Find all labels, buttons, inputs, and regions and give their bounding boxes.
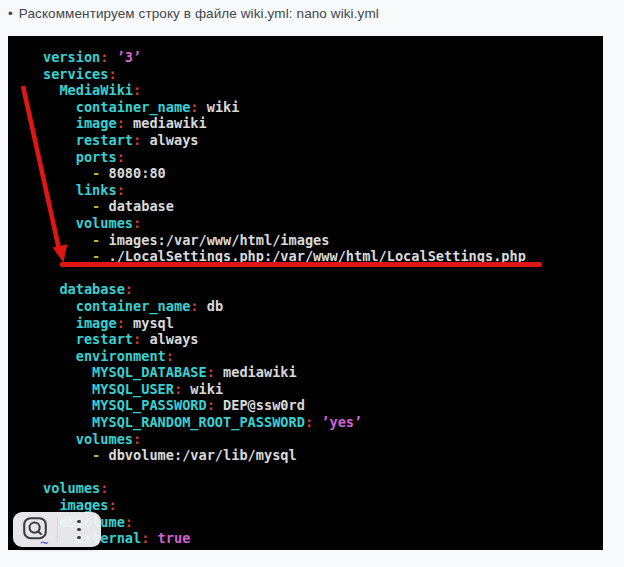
- code-line: MYSQL_RANDOM_ROOT_PASSWORD: ’yes’: [43, 414, 603, 431]
- code-token: wiki: [182, 381, 223, 397]
- code-token: :: [125, 281, 133, 297]
- code-token: MYSQL_USER: [92, 381, 174, 397]
- code-line: container_name: db: [43, 298, 603, 315]
- code-token: :: [207, 364, 215, 380]
- code-token: [43, 82, 59, 98]
- code-token: always: [141, 331, 198, 347]
- code-token: MYSQL_RANDOM_ROOT_PASSWORD: [92, 414, 305, 430]
- code-token: :: [117, 149, 125, 165]
- code-token: [43, 132, 76, 148]
- code-token: :: [108, 66, 116, 82]
- code-token: container_name: [76, 99, 191, 115]
- code-line: version: ’3’: [43, 49, 603, 66]
- instruction-text: Раскомментируем строку в файле wiki.yml:…: [19, 6, 379, 21]
- code-line: restart: always: [43, 331, 603, 348]
- code-token: 8080:80: [100, 165, 165, 181]
- code-token: database: [59, 281, 124, 297]
- code-token: container_name: [76, 298, 191, 314]
- stray-tilde-glyph: ~: [40, 534, 48, 550]
- code-token: image: [76, 115, 117, 131]
- code-token: DEP@ssw0rd: [215, 397, 305, 413]
- code-line: [43, 265, 603, 282]
- code-token: :: [125, 514, 133, 530]
- code-token: [43, 165, 92, 181]
- code-token: [108, 49, 116, 65]
- code-line: MYSQL_DATABASE: mediawiki: [43, 364, 603, 381]
- code-token: true: [158, 530, 191, 546]
- code-token: :: [207, 397, 215, 413]
- code-token: [43, 215, 76, 231]
- code-token: :: [190, 99, 198, 115]
- code-token: :: [133, 431, 141, 447]
- code-line: image: mediawiki: [43, 115, 603, 132]
- bullet-glyph: •: [8, 6, 13, 21]
- code-token: [43, 149, 76, 165]
- code-token: [43, 298, 76, 314]
- code-token: [149, 530, 157, 546]
- code-line: - images:/var/www/html/images: [43, 232, 603, 249]
- code-token: version: [43, 49, 100, 65]
- code-token: :: [166, 348, 174, 364]
- code-token: dbvolume:/var/lib/mysql: [100, 447, 296, 463]
- red-underline-annotation: [60, 262, 542, 267]
- code-line: container_name: wiki: [43, 99, 603, 116]
- code-token: [43, 497, 59, 513]
- code-line: ports:: [43, 149, 603, 166]
- yaml-code: version: ’3’services: MediaWiki: contain…: [43, 49, 603, 550]
- code-line: external: true: [43, 530, 603, 547]
- code-token: ports: [76, 149, 117, 165]
- code-line: volumes:: [43, 215, 603, 232]
- code-line: MYSQL_PASSWORD: DEP@ssw0rd: [43, 397, 603, 414]
- terminal-screenshot: version: ’3’services: MediaWiki: contain…: [8, 36, 603, 550]
- search-by-image-button[interactable]: [13, 512, 57, 547]
- code-token: volumes: [43, 480, 100, 496]
- code-token: mysql: [125, 315, 174, 331]
- kebab-menu-icon: [77, 520, 81, 540]
- code-token: db: [199, 298, 224, 314]
- code-token: MYSQL_DATABASE: [92, 364, 207, 380]
- code-token: environment: [76, 348, 166, 364]
- more-options-button[interactable]: [58, 512, 102, 547]
- code-token: [43, 182, 76, 198]
- code-line: environment:: [43, 348, 603, 365]
- code-token: volumes: [76, 215, 133, 231]
- code-token: :: [174, 381, 182, 397]
- code-line: images:: [43, 497, 603, 514]
- code-token: :: [100, 480, 108, 496]
- code-token: ’3’: [117, 49, 142, 65]
- code-token: [43, 315, 76, 331]
- code-token: [43, 232, 92, 248]
- code-line: restart: always: [43, 132, 603, 149]
- code-line: services:: [43, 66, 603, 83]
- code-line: database:: [43, 281, 603, 298]
- code-line: links:: [43, 182, 603, 199]
- code-token: mediawiki: [215, 364, 297, 380]
- code-token: [43, 331, 76, 347]
- code-token: :: [117, 182, 125, 198]
- code-token: :: [133, 132, 141, 148]
- code-token: [43, 364, 92, 380]
- code-line: dbvolume:: [43, 514, 603, 531]
- code-token: :: [133, 215, 141, 231]
- code-line: volumes:: [43, 480, 603, 497]
- code-line: MediaWiki:: [43, 82, 603, 99]
- code-token: restart: [76, 132, 133, 148]
- code-token: :: [117, 315, 125, 331]
- code-token: [43, 431, 76, 447]
- code-token: images:/var/www/html/images: [100, 232, 329, 248]
- code-token: [43, 198, 92, 214]
- code-token: always: [141, 132, 198, 148]
- code-token: links: [76, 182, 117, 198]
- page: { "header": { "bullet": "•", "text": "Ра…: [0, 0, 624, 567]
- code-token: :: [133, 331, 141, 347]
- code-line: [43, 464, 603, 481]
- code-token: :: [108, 497, 116, 513]
- code-token: [43, 281, 59, 297]
- code-token: [43, 447, 92, 463]
- code-token: images: [59, 497, 108, 513]
- instruction-line: •Раскомментируем строку в файле wiki.yml…: [8, 6, 608, 21]
- code-line: image: mysql: [43, 315, 603, 332]
- image-tools-overlay: [13, 512, 101, 547]
- code-token: volumes: [76, 431, 133, 447]
- code-token: database: [100, 198, 174, 214]
